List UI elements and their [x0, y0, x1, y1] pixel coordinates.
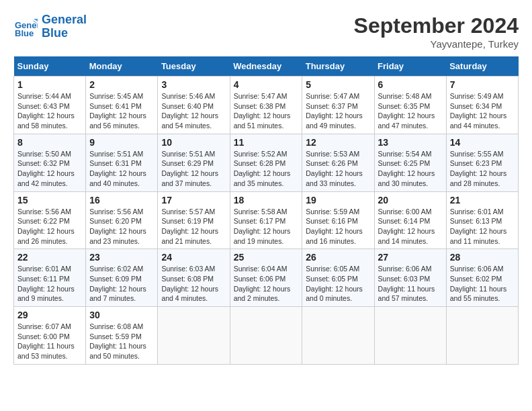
logo-text: General Blue	[42, 13, 87, 40]
header-sunday: Sunday	[14, 56, 86, 77]
svg-text:Blue: Blue	[15, 28, 34, 38]
logo: General Blue General Blue	[13, 13, 87, 40]
calendar-cell-day-28: 28Sunrise: 6:06 AMSunset: 6:02 PMDayligh…	[446, 249, 518, 307]
day-info: Sunrise: 6:00 AMSunset: 6:14 PMDaylight:…	[378, 207, 443, 246]
day-info: Sunrise: 5:46 AMSunset: 6:40 PMDaylight:…	[161, 91, 226, 131]
day-number: 26	[306, 252, 370, 263]
day-number: 22	[17, 252, 82, 263]
calendar-cell-day-10: 10Sunrise: 5:51 AMSunset: 6:29 PMDayligh…	[158, 134, 230, 191]
day-info: Sunrise: 6:05 AMSunset: 6:05 PMDaylight:…	[306, 264, 370, 304]
day-info: Sunrise: 5:56 AMSunset: 6:20 PMDaylight:…	[89, 207, 154, 246]
calendar-cell-day-29: 29Sunrise: 6:07 AMSunset: 6:00 PMDayligh…	[14, 307, 86, 365]
calendar-cell-day-30: 30Sunrise: 6:08 AMSunset: 5:59 PMDayligh…	[86, 307, 158, 365]
day-info: Sunrise: 5:52 AMSunset: 6:28 PMDaylight:…	[234, 149, 299, 189]
calendar-cell-empty	[230, 307, 302, 365]
day-info: Sunrise: 6:06 AMSunset: 6:02 PMDaylight:…	[450, 264, 515, 304]
day-info: Sunrise: 5:45 AMSunset: 6:41 PMDaylight:…	[89, 91, 154, 131]
page-header: General Blue General Blue September 2024…	[13, 13, 519, 50]
calendar-cell-day-18: 18Sunrise: 5:58 AMSunset: 6:17 PMDayligh…	[230, 191, 302, 249]
calendar-cell-day-23: 23Sunrise: 6:02 AMSunset: 6:09 PMDayligh…	[86, 249, 158, 307]
calendar-cell-day-16: 16Sunrise: 5:56 AMSunset: 6:20 PMDayligh…	[86, 191, 158, 249]
calendar-cell-day-19: 19Sunrise: 5:59 AMSunset: 6:16 PMDayligh…	[302, 191, 374, 249]
calendar-cell-day-7: 7Sunrise: 5:49 AMSunset: 6:34 PMDaylight…	[446, 77, 518, 134]
month-title: September 2024	[354, 13, 519, 38]
calendar-cell-day-12: 12Sunrise: 5:53 AMSunset: 6:26 PMDayligh…	[302, 134, 374, 191]
logo-line2: Blue	[42, 26, 68, 40]
day-number: 19	[306, 195, 370, 205]
day-number: 18	[234, 195, 299, 205]
day-info: Sunrise: 6:01 AMSunset: 6:11 PMDaylight:…	[17, 264, 82, 304]
logo-icon: General Blue	[13, 15, 38, 39]
day-number: 15	[17, 195, 82, 205]
calendar-cell-day-6: 6Sunrise: 5:48 AMSunset: 6:35 PMDaylight…	[374, 77, 446, 134]
day-info: Sunrise: 6:04 AMSunset: 6:06 PMDaylight:…	[234, 264, 299, 304]
calendar-cell-day-13: 13Sunrise: 5:54 AMSunset: 6:25 PMDayligh…	[374, 134, 446, 191]
day-number: 3	[161, 79, 226, 90]
header-monday: Monday	[86, 56, 158, 77]
header-friday: Friday	[374, 56, 446, 77]
calendar-cell-day-2: 2Sunrise: 5:45 AMSunset: 6:41 PMDaylight…	[86, 77, 158, 134]
calendar-row-2: 8Sunrise: 5:50 AMSunset: 6:32 PMDaylight…	[14, 134, 519, 191]
day-number: 9	[89, 137, 154, 148]
location-subtitle: Yayvantepe, Turkey	[354, 38, 519, 50]
day-info: Sunrise: 5:53 AMSunset: 6:26 PMDaylight:…	[306, 149, 370, 189]
day-number: 21	[450, 195, 515, 205]
day-number: 25	[234, 252, 299, 263]
calendar-cell-day-20: 20Sunrise: 6:00 AMSunset: 6:14 PMDayligh…	[374, 191, 446, 249]
calendar-cell-day-14: 14Sunrise: 5:55 AMSunset: 6:23 PMDayligh…	[446, 134, 518, 191]
calendar-cell-empty	[374, 307, 446, 365]
header-saturday: Saturday	[446, 56, 518, 77]
day-info: Sunrise: 5:44 AMSunset: 6:43 PMDaylight:…	[17, 91, 82, 131]
day-number: 11	[234, 137, 299, 148]
day-info: Sunrise: 5:51 AMSunset: 6:29 PMDaylight:…	[161, 149, 226, 189]
day-number: 27	[378, 252, 443, 263]
day-info: Sunrise: 5:59 AMSunset: 6:16 PMDaylight:…	[306, 207, 370, 246]
calendar-row-3: 15Sunrise: 5:56 AMSunset: 6:22 PMDayligh…	[14, 191, 519, 249]
day-number: 7	[450, 79, 515, 90]
day-number: 30	[89, 310, 154, 320]
calendar-cell-empty	[302, 307, 374, 365]
day-info: Sunrise: 5:51 AMSunset: 6:31 PMDaylight:…	[89, 149, 154, 189]
day-number: 28	[450, 252, 515, 263]
calendar-cell-day-27: 27Sunrise: 6:06 AMSunset: 6:03 PMDayligh…	[374, 249, 446, 307]
calendar-cell-day-4: 4Sunrise: 5:47 AMSunset: 6:38 PMDaylight…	[230, 77, 302, 134]
calendar-cell-day-8: 8Sunrise: 5:50 AMSunset: 6:32 PMDaylight…	[14, 134, 86, 191]
title-block: September 2024 Yayvantepe, Turkey	[354, 13, 519, 50]
day-number: 6	[378, 79, 443, 90]
calendar-row-5: 29Sunrise: 6:07 AMSunset: 6:00 PMDayligh…	[14, 307, 519, 365]
day-info: Sunrise: 6:01 AMSunset: 6:13 PMDaylight:…	[450, 207, 515, 246]
day-info: Sunrise: 5:47 AMSunset: 6:37 PMDaylight:…	[306, 91, 370, 131]
calendar-cell-day-21: 21Sunrise: 6:01 AMSunset: 6:13 PMDayligh…	[446, 191, 518, 249]
day-number: 4	[234, 79, 299, 90]
calendar-cell-day-26: 26Sunrise: 6:05 AMSunset: 6:05 PMDayligh…	[302, 249, 374, 307]
day-info: Sunrise: 6:07 AMSunset: 6:00 PMDaylight:…	[17, 322, 82, 361]
day-info: Sunrise: 6:06 AMSunset: 6:03 PMDaylight:…	[378, 264, 443, 304]
calendar-cell-day-17: 17Sunrise: 5:57 AMSunset: 6:19 PMDayligh…	[158, 191, 230, 249]
calendar-table: SundayMondayTuesdayWednesdayThursdayFrid…	[13, 56, 519, 365]
day-number: 16	[89, 195, 154, 205]
calendar-cell-day-24: 24Sunrise: 6:03 AMSunset: 6:08 PMDayligh…	[158, 249, 230, 307]
calendar-cell-day-25: 25Sunrise: 6:04 AMSunset: 6:06 PMDayligh…	[230, 249, 302, 307]
header-tuesday: Tuesday	[158, 56, 230, 77]
day-number: 14	[450, 137, 515, 148]
day-info: Sunrise: 5:48 AMSunset: 6:35 PMDaylight:…	[378, 91, 443, 131]
header-thursday: Thursday	[302, 56, 374, 77]
calendar-cell-day-5: 5Sunrise: 5:47 AMSunset: 6:37 PMDaylight…	[302, 77, 374, 134]
day-number: 13	[378, 137, 443, 148]
day-info: Sunrise: 5:47 AMSunset: 6:38 PMDaylight:…	[234, 91, 299, 131]
day-info: Sunrise: 5:54 AMSunset: 6:25 PMDaylight:…	[378, 149, 443, 189]
calendar-body: 1Sunrise: 5:44 AMSunset: 6:43 PMDaylight…	[14, 77, 519, 365]
calendar-cell-day-11: 11Sunrise: 5:52 AMSunset: 6:28 PMDayligh…	[230, 134, 302, 191]
calendar-cell-day-22: 22Sunrise: 6:01 AMSunset: 6:11 PMDayligh…	[14, 249, 86, 307]
calendar-cell-empty	[446, 307, 518, 365]
day-info: Sunrise: 5:49 AMSunset: 6:34 PMDaylight:…	[450, 91, 515, 131]
day-info: Sunrise: 5:50 AMSunset: 6:32 PMDaylight:…	[17, 149, 82, 189]
day-info: Sunrise: 5:57 AMSunset: 6:19 PMDaylight:…	[161, 207, 226, 246]
day-number: 12	[306, 137, 370, 148]
calendar-cell-empty	[158, 307, 230, 365]
day-info: Sunrise: 6:03 AMSunset: 6:08 PMDaylight:…	[161, 264, 226, 304]
day-number: 23	[89, 252, 154, 263]
day-info: Sunrise: 5:56 AMSunset: 6:22 PMDaylight:…	[17, 207, 82, 246]
header-row: SundayMondayTuesdayWednesdayThursdayFrid…	[14, 56, 519, 77]
calendar-cell-day-15: 15Sunrise: 5:56 AMSunset: 6:22 PMDayligh…	[14, 191, 86, 249]
